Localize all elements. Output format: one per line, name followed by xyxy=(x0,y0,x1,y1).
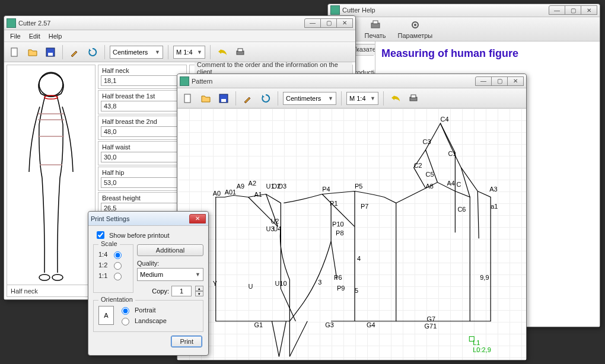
print-button[interactable] xyxy=(406,91,421,106)
measure-input[interactable]: 48,0 xyxy=(101,126,184,137)
menu-help[interactable]: Help xyxy=(45,31,66,41)
brush-button[interactable] xyxy=(241,91,255,106)
svg-point-21 xyxy=(39,72,63,96)
svg-text:G3: G3 xyxy=(325,321,334,328)
pattern-toolbar: Centimeters▼ M 1:4▼ xyxy=(177,88,526,108)
minimize-button[interactable]: — xyxy=(475,76,492,86)
svg-text:C1: C1 xyxy=(448,150,456,157)
measure-input[interactable]: 18,1 xyxy=(101,75,184,86)
pattern-title: Pattern xyxy=(192,78,476,85)
svg-text:P1: P1 xyxy=(330,200,337,207)
pattern-canvas[interactable]: A0 A01 A9 A2 A1 U1 O2 O3 U2 U3 U4 U10 P4… xyxy=(177,108,526,360)
minimize-button[interactable]: — xyxy=(549,5,565,15)
new-button[interactable] xyxy=(181,91,195,106)
print-titlebar[interactable]: Print Settings ✕ xyxy=(88,212,208,226)
svg-text:C4: C4 xyxy=(440,116,448,123)
svg-point-22 xyxy=(39,274,50,280)
svg-text:U: U xyxy=(249,283,253,290)
refresh-button[interactable] xyxy=(259,91,273,106)
svg-rect-1 xyxy=(373,21,378,24)
measure-row: Half neck18,1 xyxy=(98,65,187,89)
pattern-app-icon xyxy=(180,76,189,86)
measure-row: Half waist30,0 xyxy=(98,141,187,165)
svg-rect-20 xyxy=(238,49,243,52)
close-button[interactable]: ✕ xyxy=(581,5,597,15)
scale-11-radio[interactable]: 1:1 xyxy=(98,271,128,280)
open-button[interactable] xyxy=(199,91,213,106)
orientation-preview-icon: A xyxy=(98,306,114,325)
cutter-menubar: File Edit Help xyxy=(4,30,355,42)
orientation-group: Orientation A Portrait Landscape xyxy=(93,300,203,332)
svg-rect-29 xyxy=(411,95,416,98)
landscape-radio[interactable]: Landscape xyxy=(119,316,167,325)
svg-text:A0: A0 xyxy=(213,190,221,197)
help-toolbar: Назад Печать Параметры xyxy=(328,17,600,41)
save-button[interactable] xyxy=(43,45,58,59)
svg-text:a1: a1 xyxy=(491,203,498,210)
units-combo[interactable]: Centimeters▼ xyxy=(110,46,163,59)
save-button[interactable] xyxy=(216,91,231,106)
close-button[interactable]: ✕ xyxy=(336,18,353,28)
print-button[interactable]: Print xyxy=(171,336,202,347)
measure-input[interactable]: 43,8 xyxy=(101,101,184,111)
measure-input[interactable]: 30,0 xyxy=(101,152,184,162)
maximize-button[interactable]: ▢ xyxy=(491,76,508,86)
cutter-toolbar: Centimeters▼ M 1:4▼ xyxy=(4,42,355,62)
svg-text:U4: U4 xyxy=(273,225,281,232)
scale-12-radio[interactable]: 1:2 xyxy=(98,260,128,270)
copy-count-input[interactable] xyxy=(171,286,192,296)
quality-combo[interactable]: Medium▼ xyxy=(137,268,203,281)
pattern-titlebar[interactable]: Pattern — ▢ ✕ xyxy=(177,74,526,88)
figure-panel: Half neck xyxy=(7,65,95,297)
minimize-button[interactable]: — xyxy=(304,18,321,28)
close-button[interactable]: ✕ xyxy=(189,214,206,223)
scale-combo[interactable]: M 1:4▼ xyxy=(346,92,378,105)
scale-14-radio[interactable]: 1:4 xyxy=(98,250,128,259)
measure-input[interactable]: 53,0 xyxy=(101,177,184,188)
print-button[interactable] xyxy=(233,45,247,59)
open-button[interactable] xyxy=(26,45,40,59)
svg-text:L1: L1 xyxy=(473,339,480,346)
print-icon xyxy=(370,19,381,31)
cutter-app-icon xyxy=(7,18,16,28)
help-print-button[interactable]: Печать xyxy=(365,19,386,39)
svg-text:C5: C5 xyxy=(426,171,434,178)
svg-text:O3: O3 xyxy=(278,183,286,190)
svg-text:9,9: 9,9 xyxy=(480,274,489,281)
svg-text:P9: P9 xyxy=(337,285,345,292)
svg-text:C2: C2 xyxy=(414,162,422,169)
help-titlebar[interactable]: Cutter Help — ▢ ✕ xyxy=(328,4,600,17)
svg-text:C3: C3 xyxy=(423,138,431,145)
measure-row: Half hip53,0 xyxy=(98,167,187,191)
cutter-titlebar[interactable]: Cutter 2.57 — ▢ ✕ xyxy=(4,16,355,30)
brush-button[interactable] xyxy=(68,45,82,59)
cutter-title: Cutter 2.57 xyxy=(18,20,305,27)
scale-combo[interactable]: M 1:4▼ xyxy=(173,46,205,59)
show-before-printout-checkbox[interactable]: Show before printout xyxy=(94,229,202,241)
menu-file[interactable]: File xyxy=(7,31,24,41)
maximize-button[interactable]: ▢ xyxy=(565,5,581,15)
figure-caption: Half neck xyxy=(7,285,95,297)
svg-text:C6: C6 xyxy=(457,206,466,213)
portrait-radio[interactable]: Portrait xyxy=(119,305,167,315)
refresh-button[interactable] xyxy=(85,45,100,59)
svg-text:G71: G71 xyxy=(425,323,437,330)
undo-button[interactable] xyxy=(215,45,230,59)
units-combo[interactable]: Centimeters▼ xyxy=(283,92,336,105)
svg-text:P8: P8 xyxy=(336,229,343,237)
svg-text:Y: Y xyxy=(213,280,218,287)
help-options-button[interactable]: Параметры xyxy=(398,19,433,39)
svg-text:G1: G1 xyxy=(254,321,263,328)
gear-icon xyxy=(409,19,421,31)
additional-button[interactable]: Additional xyxy=(137,244,203,256)
svg-text:A2: A2 xyxy=(249,180,256,187)
close-button[interactable]: ✕ xyxy=(507,76,524,86)
maximize-button[interactable]: ▢ xyxy=(320,18,337,28)
copy-spinner[interactable]: ▴▾ xyxy=(195,286,203,296)
menu-edit[interactable]: Edit xyxy=(26,31,44,41)
new-button[interactable] xyxy=(8,45,22,59)
svg-text:P10: P10 xyxy=(332,221,344,228)
undo-button[interactable] xyxy=(389,91,403,106)
svg-text:A01: A01 xyxy=(225,189,237,196)
pattern-window: Pattern — ▢ ✕ Centimeters▼ M 1:4▼ xyxy=(177,74,527,360)
